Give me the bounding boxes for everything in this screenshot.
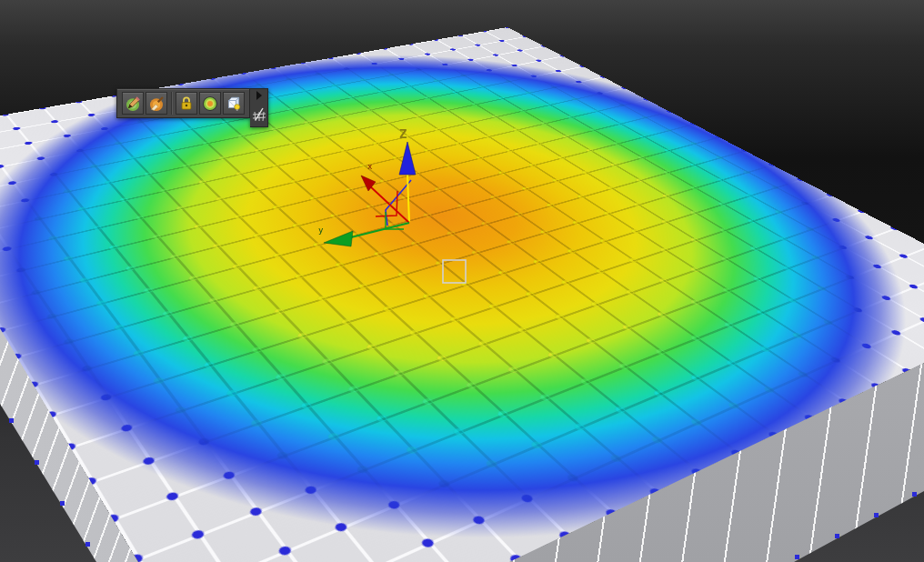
vertex-dot xyxy=(874,513,879,517)
soft-selection-toolbar xyxy=(116,88,268,127)
viewport-canvas[interactable]: Z x y xyxy=(0,0,924,562)
toolbar-side-strip xyxy=(250,88,268,127)
y-axis-shaft[interactable] xyxy=(347,223,409,238)
z-axis-arrow[interactable] xyxy=(399,142,416,175)
lock-icon xyxy=(178,95,195,112)
z-axis-label: Z xyxy=(399,126,407,141)
x-axis-label: x xyxy=(367,162,373,171)
cube-bulb-icon xyxy=(226,95,242,112)
lock-soft-selection-button[interactable] xyxy=(176,92,197,115)
edit-soft-selection-mode-button[interactable] xyxy=(250,102,267,126)
expand-arrow-icon xyxy=(256,91,262,100)
brush-icon xyxy=(148,95,165,112)
vertex-dot xyxy=(835,534,839,538)
toolbar-body xyxy=(116,88,250,118)
gizmo-center-box[interactable] xyxy=(443,260,466,283)
toolbar-separator xyxy=(169,92,174,115)
paint-soft-selection-button[interactable] xyxy=(122,92,144,115)
vertex-dot xyxy=(9,418,14,423)
transform-gizmo[interactable]: Z x y xyxy=(291,116,482,294)
pencil-icon xyxy=(125,95,141,112)
y-axis-arrow[interactable] xyxy=(324,231,353,246)
falloff-button[interactable] xyxy=(199,92,221,115)
mesh-edit-icon xyxy=(252,106,266,123)
paint-brush-button[interactable] xyxy=(146,92,167,115)
vertex-dot xyxy=(60,501,65,506)
shaded-face-toggle-button[interactable] xyxy=(223,92,245,115)
vertex-dot xyxy=(85,542,90,547)
y-axis-label: y xyxy=(318,226,324,235)
toolbar-expand-button[interactable] xyxy=(250,89,267,102)
vertex-dot xyxy=(912,492,917,497)
vertex-dot xyxy=(795,555,799,559)
x-axis-shaft[interactable] xyxy=(369,186,409,223)
vertex-dot xyxy=(35,460,39,465)
falloff-circle-icon xyxy=(202,95,218,112)
